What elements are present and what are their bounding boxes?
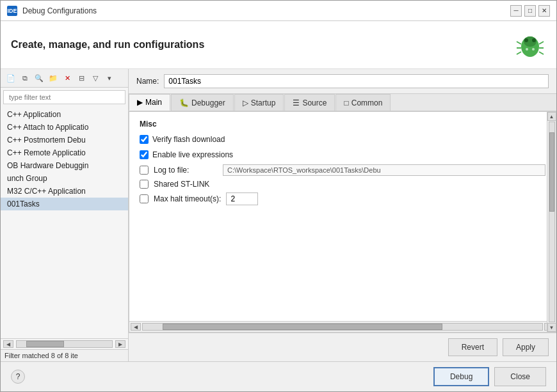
filter-status: Filter matched 8 of 8 ite — [1, 349, 128, 361]
list-item[interactable]: unch Group — [1, 172, 128, 185]
main-tab-icon: ▶ — [137, 98, 143, 107]
scroll-right-button[interactable]: ▶ — [115, 340, 125, 348]
svg-line-9 — [539, 52, 544, 54]
max-halt-input[interactable] — [226, 192, 258, 205]
list-item[interactable]: C++ Attach to Applicatio — [1, 121, 128, 134]
right-panel: Name: ▶ Main 🐛 Debugger ▷ Startup ☰ — [129, 69, 556, 361]
window-header: Create, manage, and run configurations — [1, 21, 556, 69]
filter-input[interactable] — [3, 90, 125, 104]
content-scroll: Misc Verify flash download Enable live e… — [129, 112, 556, 321]
list-item[interactable]: C++ Postmortem Debu — [1, 134, 128, 146]
svg-point-2 — [524, 38, 528, 42]
footer-left: ? — [11, 370, 25, 384]
window-controls: ─ □ ✕ — [510, 5, 550, 17]
close-button[interactable]: Close — [494, 367, 546, 386]
header-title: Create, manage, and run configurations — [11, 39, 204, 51]
maximize-button[interactable]: □ — [524, 5, 536, 17]
minimize-button[interactable]: ─ — [510, 5, 522, 17]
enable-live-row: Enable live expressions — [140, 149, 545, 161]
main-area: 📄 ⧉ 🔍 📁 ✕ ⊟ ▽ ▾ C++ Application C++ Atta… — [1, 69, 556, 361]
svg-line-6 — [517, 52, 521, 54]
duplicate-button[interactable]: ⧉ — [19, 72, 31, 84]
source-tab-icon: ☰ — [293, 98, 300, 107]
svg-point-3 — [532, 38, 536, 42]
max-halt-checkbox[interactable] — [140, 194, 149, 203]
new-config-button[interactable]: 📄 — [4, 72, 17, 84]
list-item[interactable]: C++ Remote Applicatio — [1, 146, 128, 159]
v-scroll-up[interactable]: ▲ — [547, 112, 556, 121]
ide-icon: IDE — [7, 6, 17, 16]
svg-line-4 — [517, 42, 521, 44]
scroll-track[interactable] — [16, 340, 113, 348]
v-scroll-thumb — [549, 132, 554, 212]
list-horizontal-scroll: ◀ ▶ — [1, 338, 128, 349]
max-halt-row: Max halt timeout(s): — [140, 192, 545, 205]
verify-flash-row: Verify flash download — [140, 134, 545, 145]
config-toolbar: 📄 ⧉ 🔍 📁 ✕ ⊟ ▽ ▾ — [1, 69, 128, 88]
section-title: Misc — [140, 120, 545, 129]
filter-button[interactable]: ▽ — [89, 72, 102, 84]
config-list: C++ Application C++ Attach to Applicatio… — [1, 107, 128, 338]
content-wrapper: Misc Verify flash download Enable live e… — [129, 111, 556, 333]
list-item[interactable]: M32 C/C++ Application — [1, 185, 128, 198]
debugger-tab-icon: 🐛 — [179, 98, 189, 107]
verify-flash-label: Verify flash download — [152, 135, 225, 144]
footer-right: Debug Close — [433, 367, 546, 386]
tab-source[interactable]: ☰ Source — [284, 94, 335, 111]
scroll-thumb — [26, 341, 65, 347]
log-to-file-checkbox[interactable] — [140, 166, 149, 175]
folder-button[interactable]: 📁 — [47, 72, 60, 84]
content-horizontal-scrollbar: ◀ ▶ — [129, 321, 556, 332]
content-scroll-left[interactable]: ◀ — [131, 323, 141, 331]
tabs-bar: ▶ Main 🐛 Debugger ▷ Startup ☰ Source □ — [129, 94, 556, 111]
tab-startup[interactable]: ▷ Startup — [234, 94, 284, 111]
close-window-button[interactable]: ✕ — [538, 5, 550, 17]
apply-button[interactable]: Apply — [503, 338, 549, 356]
common-tab-icon: □ — [344, 98, 348, 107]
common-tab-label: Common — [351, 98, 383, 107]
v-scroll-down[interactable]: ▼ — [547, 323, 556, 332]
window-title: Debug Configurations — [22, 6, 505, 15]
content-scroll-thumb-h — [163, 324, 442, 330]
startup-tab-icon: ▷ — [243, 98, 248, 107]
enable-live-label: Enable live expressions — [152, 150, 233, 159]
max-halt-label: Max halt timeout(s): — [154, 194, 221, 203]
debug-button[interactable]: Debug — [433, 367, 489, 386]
revert-button[interactable]: Revert — [448, 338, 497, 356]
list-item-selected[interactable]: 001Tasks — [1, 198, 128, 210]
tab-main[interactable]: ▶ Main — [129, 94, 170, 111]
svg-point-11 — [532, 48, 535, 51]
content-vertical-scrollbar: ▲ ▼ — [547, 112, 556, 332]
scroll-left-button[interactable]: ◀ — [3, 340, 13, 348]
delete-button[interactable]: ✕ — [61, 72, 74, 84]
debugger-tab-label: Debugger — [191, 98, 225, 107]
svg-line-7 — [539, 42, 544, 44]
enable-live-checkbox[interactable] — [140, 150, 149, 159]
v-scroll-track[interactable] — [549, 122, 555, 322]
tab-debugger[interactable]: 🐛 Debugger — [171, 94, 234, 111]
left-panel: 📄 ⧉ 🔍 📁 ✕ ⊟ ▽ ▾ C++ Application C++ Atta… — [1, 69, 129, 361]
shared-stlink-checkbox[interactable] — [140, 180, 149, 189]
startup-tab-label: Startup — [251, 98, 276, 107]
tab-common[interactable]: □ Common — [335, 94, 391, 111]
main-tab-label: Main — [145, 98, 162, 107]
verify-flash-checkbox[interactable] — [140, 135, 149, 144]
name-input[interactable] — [164, 74, 549, 88]
window-footer: ? Debug Close — [1, 361, 556, 391]
title-bar: IDE Debug Configurations ─ □ ✕ — [1, 1, 556, 21]
svg-point-10 — [526, 48, 528, 51]
name-label: Name: — [136, 77, 159, 86]
log-to-file-row: Log to file: — [140, 164, 545, 176]
collapse-button[interactable]: ⊟ — [75, 72, 88, 84]
list-item[interactable]: OB Hardware Debuggin — [1, 159, 128, 172]
action-buttons-row: Revert Apply — [129, 333, 556, 361]
log-to-file-input[interactable] — [223, 164, 545, 176]
search-button[interactable]: 🔍 — [33, 72, 45, 84]
debug-bug-icon — [514, 29, 546, 61]
name-row: Name: — [129, 69, 556, 94]
help-button[interactable]: ? — [11, 370, 25, 384]
content-scroll-track-h[interactable] — [142, 323, 543, 331]
list-item[interactable]: C++ Application — [1, 108, 128, 121]
debug-configurations-window: IDE Debug Configurations ─ □ ✕ Create, m… — [0, 0, 557, 392]
dropdown-button[interactable]: ▾ — [103, 72, 116, 84]
